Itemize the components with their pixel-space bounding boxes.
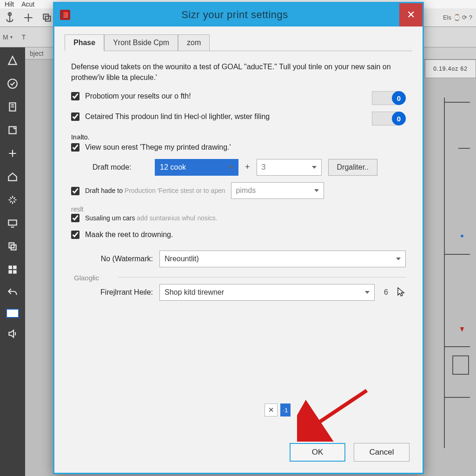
menu-acut[interactable]: Acut (21, 0, 34, 8)
cursor-icon (397, 287, 406, 298)
undo-tool-icon[interactable] (4, 285, 21, 300)
svg-rect-8 (8, 265, 12, 269)
windows-tool-icon[interactable] (4, 262, 21, 277)
checkbox-draft-hade-label: Draft hade to Production 'Fertice stest … (85, 185, 225, 196)
note-tool-icon[interactable] (4, 123, 21, 138)
cancel-button[interactable]: Cancel (354, 443, 410, 462)
checkbox-mask[interactable] (71, 231, 79, 239)
checkbox-probotiom[interactable] (71, 92, 79, 100)
dialog-tabbar: Phase Yront Bside Cpm zom (54, 26, 423, 51)
svg-point-2 (8, 79, 17, 88)
copy-tool-icon[interactable] (4, 239, 21, 254)
mini-controls: ✕ ·1 (264, 403, 291, 416)
svg-point-13 (461, 235, 463, 238)
fire-combo[interactable]: Shop kitd tirewner (159, 284, 375, 301)
annotation-arrow-icon (297, 386, 371, 443)
fire-after-value: 6 (384, 288, 388, 297)
tab-yront-bside[interactable]: Yront Bside Cpm (104, 34, 178, 51)
badge-2-value: 0 (392, 112, 406, 126)
svg-rect-9 (13, 265, 17, 269)
home-tool-icon[interactable] (4, 169, 21, 184)
cross-icon[interactable] (22, 12, 34, 24)
susaling-mid: add suntarดius whul กosics. (137, 214, 217, 222)
svg-rect-10 (8, 270, 12, 274)
layers-icon[interactable] (41, 12, 53, 24)
checkbox-cetaired[interactable] (71, 112, 79, 121)
checkbox-draft-hade[interactable] (71, 187, 79, 195)
fire-label: Firejlrrant Heιle: (80, 288, 153, 297)
close-button[interactable]: ✕ (399, 3, 423, 26)
digaliter-button[interactable]: Drgaliter.. (328, 159, 377, 176)
ok-button[interactable]: OK (290, 443, 345, 462)
document-tool-icon[interactable] (4, 99, 21, 114)
svg-line-16 (311, 390, 367, 428)
svg-marker-14 (460, 327, 464, 332)
plus-icon: + (245, 162, 250, 172)
checkbox-susaling-label: Susaling um cars add suntarดius whul กos… (85, 213, 406, 223)
draft-hade-sub: reslt (71, 205, 406, 213)
checkbox-cetaired-sub: Inลlto. (71, 132, 406, 142)
dialog-titlebar: 📕 Sizr your print settings ✕ (54, 3, 423, 26)
checkbox-susaling[interactable] (71, 214, 79, 222)
toolbar-right-icons: Els ⌚ ⟳ ? (443, 14, 472, 21)
intro-text: Defense vioud takets on the wounito a te… (71, 61, 406, 83)
watermark-label: No (Watermark: (80, 255, 153, 263)
svg-rect-12 (453, 356, 469, 375)
draft-hade-pre: Draft hade to (85, 187, 125, 194)
draft-mode-combo[interactable]: 12 cook (155, 159, 238, 176)
anchor-icon[interactable] (4, 12, 16, 24)
plus-tool-icon[interactable] (4, 146, 21, 161)
triangle-tool-icon[interactable] (4, 53, 21, 68)
print-settings-dialog: 📕 Sizr your print settings ✕ Phase Yront… (53, 2, 424, 474)
tabstrip-object[interactable]: bject (30, 50, 44, 57)
row2-t: T (22, 33, 26, 41)
susaling-pre: Susaling um cars (85, 214, 137, 222)
right-status-panel: 0.19.4oz 62 (425, 60, 476, 78)
tab-zom[interactable]: zom (178, 34, 210, 51)
check-circle-tool-icon[interactable] (4, 76, 21, 91)
checkbox-cetaired-label: Cetaired This prodoun lind tin Hecl·ol l… (85, 112, 366, 122)
menu-hilt[interactable]: Hilt (5, 0, 14, 8)
badge-1: 0 (372, 91, 406, 105)
draft-hade-mid: Production 'Fertice stest or to apen (125, 187, 225, 194)
left-tool-strip (0, 47, 25, 476)
drawing-preview (426, 98, 472, 448)
app-icon: 📕 (60, 10, 70, 20)
checkbox-probotiom-label: Probotiom your reselts our o fth! (85, 91, 366, 101)
section-divider (118, 277, 406, 278)
mini-page-indicator: ·1 (280, 403, 291, 416)
colorswatch-tool-icon[interactable] (6, 309, 19, 318)
checkbox-mask-label: Maak the reet to drowning. (85, 230, 406, 240)
badge-2: 0 (372, 112, 406, 126)
dialog-footer: OK Cancel (54, 435, 423, 473)
spark-tool-icon[interactable] (4, 192, 21, 207)
row2-m: M (3, 33, 8, 41)
checkbox-view-soun-label: View soun erest 'Thege my printed drawin… (85, 142, 406, 152)
svg-rect-11 (13, 270, 17, 274)
pimds-combo[interactable]: pimds (231, 182, 324, 199)
section-glaoglic: Glaogłic (74, 274, 406, 282)
svg-rect-5 (8, 220, 16, 225)
dialog-title: Sizr your print settings (70, 9, 399, 21)
sound-tool-icon[interactable] (4, 326, 21, 341)
monitor-tool-icon[interactable] (4, 216, 21, 231)
draft-mode-label: Draft mode: (93, 163, 148, 172)
dialog-content: Defense vioud takets on the wounito a te… (65, 51, 412, 435)
svg-rect-4 (9, 126, 16, 133)
checkbox-view-soun[interactable] (71, 143, 79, 152)
mini-close-button[interactable]: ✕ (264, 403, 278, 416)
draft-mode-secondary-combo[interactable]: 3 (257, 159, 322, 176)
badge-1-value: 0 (392, 91, 406, 105)
tab-phase[interactable]: Phase (65, 34, 104, 51)
watermark-combo[interactable]: Nreountlit) (159, 251, 406, 267)
